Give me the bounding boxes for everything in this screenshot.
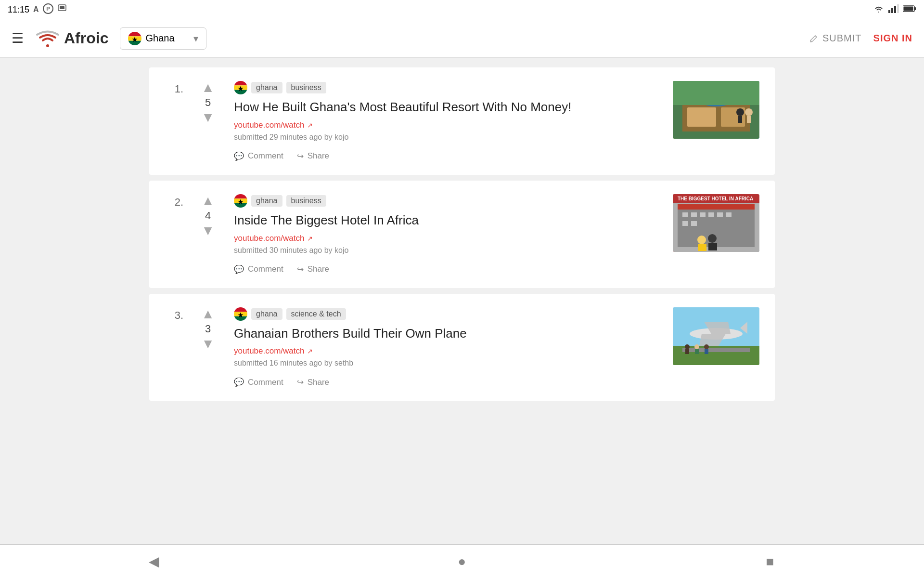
wifi-icon (873, 4, 885, 16)
signal-icon (888, 4, 899, 15)
svg-rect-6 (894, 6, 896, 13)
svg-rect-38 (700, 212, 706, 217)
upvote-button[interactable]: ▲ (201, 81, 215, 94)
svg-point-27 (745, 108, 753, 116)
time-display: 11:15 (8, 5, 29, 15)
share-label: Share (308, 378, 329, 387)
post-card: 1. ▲ 5 ▼ ghana business How He Bui (149, 67, 775, 175)
logo-text: Afroic (64, 29, 108, 47)
post-thumbnail: THE BIGGEST HOTEL IN AFRICA (673, 194, 759, 252)
post-content: ghana business How He Built Ghana's Most… (222, 81, 673, 161)
svg-rect-35 (678, 204, 755, 210)
upvote-button[interactable]: ▲ (201, 307, 215, 321)
post-link[interactable]: youtube.com/watch ↗ (234, 234, 661, 243)
share-button[interactable]: ↪ Share (297, 377, 329, 387)
sign-in-button[interactable]: SIGN IN (873, 33, 912, 44)
svg-rect-43 (691, 221, 697, 226)
tag-ghana[interactable]: ghana (251, 195, 282, 207)
external-link-icon: ↗ (307, 235, 313, 242)
svg-rect-28 (747, 116, 751, 123)
svg-rect-62 (685, 349, 689, 354)
comment-icon: 💬 (234, 151, 244, 161)
rank-section: 3. (165, 307, 193, 326)
vote-count: 3 (205, 323, 211, 335)
svg-point-65 (704, 344, 709, 349)
post-thumbnail (673, 307, 759, 365)
comment-button[interactable]: 💬 Comment (234, 377, 283, 387)
comment-button[interactable]: 💬 Comment (234, 264, 283, 275)
downvote-button[interactable]: ▼ (201, 111, 215, 124)
svg-text:P: P (46, 6, 50, 12)
downvote-button[interactable]: ▼ (201, 224, 215, 237)
comment-label: Comment (248, 378, 283, 387)
tag-ghana[interactable]: ghana (251, 308, 282, 320)
svg-point-61 (685, 344, 690, 349)
tags-row: ghana business (234, 81, 661, 94)
svg-rect-34 (678, 204, 755, 247)
tag-category[interactable]: science & tech (286, 308, 346, 320)
hamburger-menu[interactable]: ☰ (12, 30, 24, 46)
download-icon (57, 4, 67, 16)
share-button[interactable]: ↪ Share (297, 151, 329, 161)
vote-section: ▲ 3 ▼ (193, 307, 222, 351)
comment-label: Comment (248, 264, 283, 274)
comment-label: Comment (248, 151, 283, 161)
svg-rect-17 (234, 90, 247, 94)
logo[interactable]: Afroic (35, 26, 108, 51)
svg-rect-52 (234, 316, 247, 320)
svg-point-25 (736, 108, 744, 116)
submit-button[interactable]: SUBMIT (809, 33, 862, 44)
comment-button[interactable]: 💬 Comment (234, 151, 283, 161)
post-actions: 💬 Comment ↪ Share (234, 264, 661, 275)
tag-category[interactable]: business (286, 82, 326, 93)
vote-count: 4 (205, 210, 211, 222)
post-flag (234, 307, 247, 321)
post-meta: submitted 16 minutes ago by sethb (234, 359, 661, 368)
svg-rect-42 (682, 221, 688, 226)
post-card: 3. ▲ 3 ▼ ghana science & tech Ghan (149, 294, 775, 401)
tag-category[interactable]: business (286, 195, 326, 207)
post-meta: submitted 30 minutes ago by kojo (234, 246, 661, 255)
post-meta: submitted 29 minutes ago by kojo (234, 133, 661, 142)
navbar: ☰ Afroic Ghana ▾ (0, 19, 924, 58)
post-content: ghana science & tech Ghanaian Brothers B… (222, 307, 673, 388)
country-dropdown[interactable]: Ghana ▾ (120, 27, 206, 50)
country-label: Ghana (145, 33, 174, 44)
rank-section: 1. (165, 81, 193, 99)
rank-number: 2. (175, 196, 183, 209)
svg-rect-4 (888, 10, 890, 13)
rank-section: 2. (165, 194, 193, 212)
post-link[interactable]: youtube.com/watch ↗ (234, 346, 661, 356)
status-bar: 11:15 A P (0, 0, 924, 19)
battery-icon (903, 5, 916, 15)
svg-rect-39 (708, 212, 714, 217)
flag-circle (128, 32, 141, 45)
svg-rect-47 (698, 244, 706, 251)
dropdown-chevron-icon: ▾ (193, 33, 198, 44)
recent-button[interactable]: ■ (758, 550, 782, 573)
share-button[interactable]: ↪ Share (297, 264, 329, 275)
svg-rect-66 (705, 349, 708, 354)
pencil-icon (809, 34, 819, 43)
tag-ghana[interactable]: ghana (251, 82, 282, 93)
a-icon: A (33, 5, 39, 14)
svg-rect-26 (738, 116, 742, 123)
svg-rect-50 (234, 307, 247, 312)
post-title: Ghanaian Brothers Build Their Own Plane (234, 326, 661, 342)
vote-section: ▲ 4 ▼ (193, 194, 222, 237)
svg-rect-64 (695, 349, 699, 354)
home-button[interactable]: ● (450, 550, 474, 573)
upvote-button[interactable]: ▲ (201, 194, 215, 208)
svg-rect-3 (60, 6, 64, 9)
svg-point-46 (697, 236, 706, 244)
downvote-button[interactable]: ▼ (201, 337, 215, 351)
share-icon: ↪ (297, 264, 304, 275)
post-link[interactable]: youtube.com/watch ↗ (234, 120, 661, 130)
post-title: Inside The Biggest Hotel In Africa (234, 212, 661, 229)
post-actions: 💬 Comment ↪ Share (234, 151, 661, 161)
logo-icon (35, 26, 60, 51)
back-button[interactable]: ◀ (142, 550, 166, 573)
post-card: 2. ▲ 4 ▼ ghana business Inside The (149, 181, 775, 288)
svg-rect-11 (128, 32, 141, 36)
svg-rect-41 (726, 212, 732, 217)
